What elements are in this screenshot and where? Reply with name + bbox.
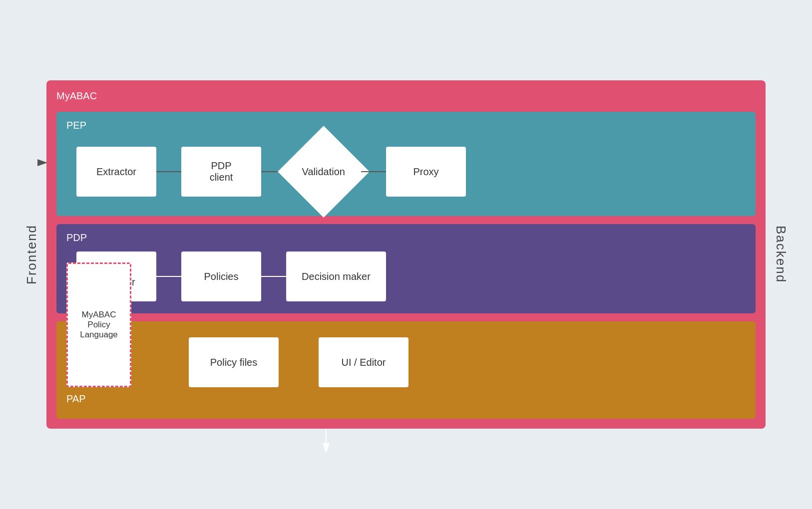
pdp-components: MPL compiler Policies Decision maker <box>66 252 746 301</box>
pdp-label: PDP <box>66 232 746 244</box>
pep-components: Extractor PDP client Validation <box>66 139 746 204</box>
policy-files-box: Policy files <box>189 337 279 387</box>
pap-label: PAP <box>66 393 746 405</box>
validation-diamond: Validation <box>278 126 370 218</box>
pep-box: PEP Extractor PDP client <box>56 112 756 216</box>
pep-label: PEP <box>66 120 746 131</box>
arrow-decision-policies <box>261 276 286 277</box>
pdp-box: PDP MPL compiler Policies <box>56 224 756 313</box>
ui-editor-box: UI / Editor <box>319 337 408 387</box>
validation-container: Validation <box>286 139 361 204</box>
arrow-val-proxy <box>361 171 386 172</box>
arrow-ext-pdp <box>156 171 181 172</box>
pap-components: Policy files UI / Editor <box>66 337 746 387</box>
diagram-area: MyABAC PEP Extractor PDP client <box>46 80 766 429</box>
frontend-label: Frontend <box>16 15 46 494</box>
extractor-box: Extractor <box>76 147 156 197</box>
decision-maker-box: Decision maker <box>286 252 386 301</box>
main-wrapper: Frontend <box>16 15 796 494</box>
proxy-box: Proxy <box>386 147 466 197</box>
pdp-client-box: PDP client <box>181 147 261 197</box>
myabac-label: MyABAC <box>56 90 756 102</box>
backend-label: Backend <box>766 15 796 494</box>
pap-inner: MyABAC Policy Language Policy files <box>66 337 746 387</box>
pap-box: MyABAC Policy Language Policy files <box>56 321 756 419</box>
arrow-mpl-policies <box>156 276 181 277</box>
myabac-policy-language-box: MyABAC Policy Language <box>66 262 131 387</box>
myabac-box: MyABAC PEP Extractor PDP client <box>46 80 766 429</box>
policies-box: Policies <box>181 252 261 301</box>
